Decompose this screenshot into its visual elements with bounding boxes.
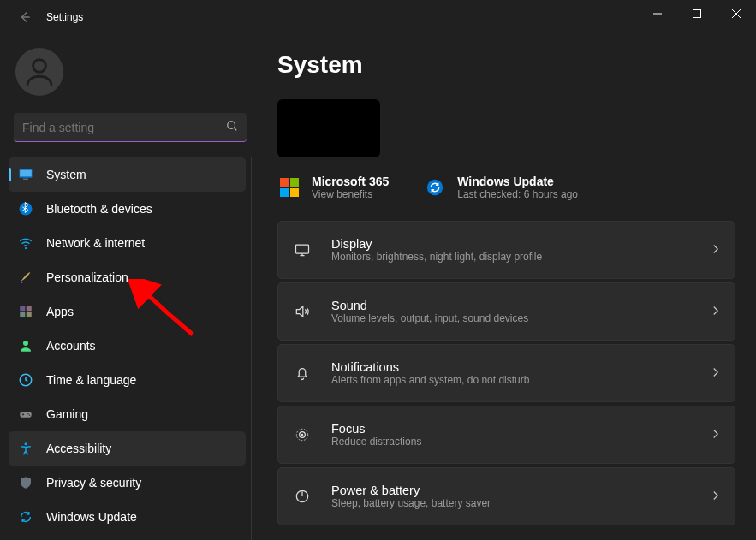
maximize-button[interactable] (677, 0, 717, 27)
svg-rect-14 (20, 412, 32, 418)
info-title: Microsoft 365 (312, 175, 389, 188)
clock-icon (17, 371, 34, 389)
monitor-icon (17, 166, 34, 183)
brush-icon (17, 269, 34, 286)
chevron-right-icon (711, 304, 721, 319)
sidebar-item-label: Gaming (46, 407, 88, 421)
display-icon (292, 240, 313, 260)
apps-icon (17, 303, 34, 320)
setting-sub: Volume levels, output, input, sound devi… (331, 312, 711, 324)
search-icon (226, 120, 238, 135)
sidebar-item-label: Privacy & security (46, 476, 141, 490)
setting-sub: Sleep, battery usage, battery saver (331, 497, 711, 509)
search-input[interactable] (22, 121, 226, 134)
focus-icon (292, 424, 313, 445)
gamepad-icon (17, 406, 34, 423)
svg-point-26 (301, 434, 304, 436)
nav: SystemBluetooth & devicesNetwork & inter… (9, 157, 252, 540)
sidebar-item-label: Personalization (46, 270, 128, 284)
svg-rect-23 (296, 245, 309, 253)
search-box[interactable] (14, 113, 247, 142)
wifi-icon (17, 234, 34, 252)
sidebar-item-label: Network & internet (46, 236, 145, 250)
svg-point-16 (29, 414, 31, 416)
bell-icon (292, 363, 313, 383)
desktop-preview[interactable] (277, 99, 380, 157)
sidebar-item-accessibility[interactable]: Accessibility (9, 431, 246, 466)
desktop-preview-row (277, 99, 735, 157)
setting-item-sound[interactable]: SoundVolume levels, output, input, sound… (277, 282, 735, 341)
svg-point-1 (33, 60, 46, 73)
chevron-right-icon (711, 365, 721, 381)
svg-point-17 (25, 442, 27, 445)
setting-item-notifications[interactable]: NotificationsAlerts from apps and system… (277, 344, 735, 402)
sidebar-item-personalization[interactable]: Personalization (9, 260, 246, 294)
minimize-button[interactable] (638, 0, 677, 27)
power-icon (292, 486, 313, 507)
svg-rect-8 (20, 306, 25, 311)
content: System Microsoft 365 View benefits Windo… (257, 34, 756, 540)
shield-icon (17, 474, 34, 491)
bluetooth-icon (17, 200, 34, 217)
setting-item-power-battery[interactable]: Power & batterySleep, battery usage, bat… (277, 467, 735, 525)
setting-title: Sound (331, 299, 711, 312)
setting-sub: Monitors, brightness, night light, displ… (331, 251, 711, 263)
close-button[interactable] (717, 0, 756, 27)
sidebar-item-label: Apps (46, 305, 74, 318)
setting-title: Display (331, 237, 711, 251)
sidebar-item-accounts[interactable]: Accounts (9, 329, 246, 363)
svg-rect-18 (280, 178, 289, 187)
svg-point-6 (20, 203, 33, 216)
windows-update-card[interactable]: Windows Update Last checked: 6 hours ago (423, 175, 578, 200)
sidebar-item-bluetooth-devices[interactable]: Bluetooth & devices (9, 192, 246, 226)
update-icon (17, 508, 34, 525)
sidebar-item-label: System (46, 168, 86, 181)
sidebar-item-label: Bluetooth & devices (46, 202, 152, 216)
info-sub: Last checked: 6 hours ago (457, 188, 578, 200)
setting-sub: Alerts from apps and system, do not dist… (331, 374, 711, 386)
setting-item-display[interactable]: DisplayMonitors, brightness, night light… (277, 221, 735, 279)
svg-point-7 (25, 247, 27, 249)
setting-title: Focus (331, 422, 711, 436)
svg-rect-0 (693, 10, 701, 18)
sound-icon (292, 301, 313, 322)
microsoft-365-card[interactable]: Microsoft 365 View benefits (277, 175, 389, 200)
page-title: System (277, 51, 735, 79)
svg-rect-9 (27, 306, 32, 311)
chevron-right-icon (711, 427, 721, 442)
sidebar: SystemBluetooth & devicesNetwork & inter… (0, 34, 257, 540)
accessibility-icon (17, 440, 34, 457)
svg-point-22 (427, 180, 443, 195)
setting-item-focus[interactable]: FocusReduce distractions (277, 406, 735, 464)
setting-title: Notifications (331, 360, 711, 374)
update-icon (423, 175, 447, 199)
account-header[interactable] (9, 34, 252, 113)
svg-rect-4 (20, 170, 32, 177)
avatar (15, 48, 63, 96)
info-title: Windows Update (457, 175, 578, 188)
svg-rect-11 (27, 312, 32, 317)
sidebar-item-gaming[interactable]: Gaming (9, 397, 246, 431)
sidebar-item-label: Time & language (46, 373, 136, 387)
svg-rect-19 (290, 178, 299, 187)
sidebar-item-privacy-security[interactable]: Privacy & security (9, 466, 246, 500)
person-icon (17, 337, 34, 354)
sidebar-item-label: Windows Update (46, 510, 137, 524)
sidebar-item-label: Accounts (46, 339, 96, 353)
setting-sub: Reduce distractions (331, 436, 711, 448)
sidebar-item-network-internet[interactable]: Network & internet (9, 226, 246, 260)
setting-title: Power & battery (331, 484, 711, 497)
titlebar: Settings (0, 0, 756, 34)
sidebar-item-system[interactable]: System (9, 157, 246, 192)
back-button[interactable] (12, 4, 38, 30)
chevron-right-icon (711, 242, 721, 258)
svg-rect-10 (20, 312, 25, 317)
sidebar-item-time-language[interactable]: Time & language (9, 363, 246, 397)
svg-point-12 (23, 341, 28, 346)
info-sub: View benefits (312, 188, 389, 200)
sidebar-item-label: Accessibility (46, 442, 111, 455)
sidebar-item-apps[interactable]: Apps (9, 294, 246, 329)
sidebar-item-windows-update[interactable]: Windows Update (9, 500, 246, 534)
svg-point-15 (27, 413, 29, 415)
svg-rect-20 (280, 188, 289, 197)
